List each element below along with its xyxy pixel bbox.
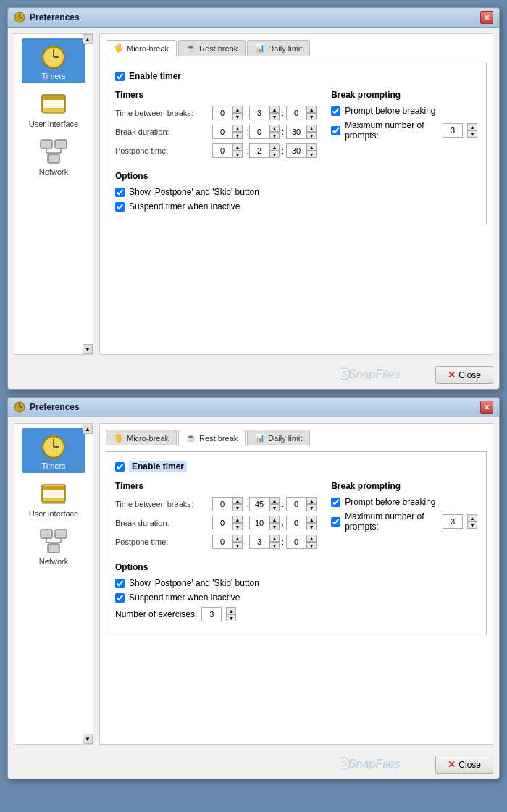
- s-up-duration-1[interactable]: ▲: [306, 125, 317, 132]
- h-down-postpone-2[interactable]: ▼: [232, 542, 243, 549]
- m-up-between-2[interactable]: ▲: [269, 497, 280, 504]
- sidebar-item-ui-1[interactable]: User interface: [22, 86, 85, 131]
- tab-daily-limit-1[interactable]: 📊 Daily limit: [247, 40, 310, 56]
- svg-rect-14: [55, 140, 67, 148]
- s-down-duration-2[interactable]: ▼: [306, 523, 317, 530]
- break-prompting-section-1: Break prompting Prompt before breaking M…: [331, 90, 477, 162]
- h-up-between-1[interactable]: ▲: [232, 106, 243, 113]
- show-postpone-checkbox-2[interactable]: [115, 579, 125, 588]
- h-down-between-2[interactable]: ▼: [232, 504, 243, 511]
- h-spinner-btns-duration-2: ▲ ▼: [232, 516, 243, 530]
- h-up-duration-2[interactable]: ▲: [232, 516, 243, 523]
- h-input-duration-2[interactable]: [212, 516, 232, 530]
- m-spinner-btns-duration-2: ▲ ▼: [269, 516, 280, 530]
- h-up-postpone-2[interactable]: ▲: [232, 535, 243, 542]
- m-down-duration-2[interactable]: ▼: [269, 523, 280, 530]
- scroll-up-1[interactable]: ▲: [83, 34, 93, 44]
- m-input-between-1[interactable]: [249, 106, 269, 120]
- tab-daily-limit-2[interactable]: 📊 Daily limit: [247, 430, 310, 445]
- tab-rest-break-2[interactable]: ☕ Rest break: [178, 430, 246, 446]
- prompt-before-checkbox-2[interactable]: [331, 498, 340, 507]
- max-prompts-down-2[interactable]: ▼: [467, 522, 477, 529]
- max-prompts-input-2[interactable]: [443, 514, 463, 529]
- m-down-between-1[interactable]: ▼: [269, 113, 280, 120]
- suspend-inactive-checkbox-2[interactable]: [115, 593, 125, 603]
- sidebar-item-timers-2[interactable]: Timers: [22, 428, 85, 473]
- h-input-between-1[interactable]: [212, 106, 232, 120]
- tab-micro-break-2[interactable]: 🖐 Micro-break: [106, 430, 177, 445]
- prompt-before-checkbox-1[interactable]: [331, 106, 340, 116]
- sidebar-item-network-1[interactable]: Network: [22, 134, 85, 179]
- s-down-postpone-1[interactable]: ▼: [306, 151, 317, 158]
- tab-micro-break-1[interactable]: 🖐 Micro-break: [106, 40, 177, 56]
- m-input-duration-2[interactable]: [249, 516, 269, 530]
- title-bar-close-2[interactable]: ✕: [480, 401, 493, 414]
- m-up-duration-2[interactable]: ▲: [269, 516, 280, 523]
- s-up-duration-2[interactable]: ▲: [306, 516, 317, 523]
- max-prompts-up-2[interactable]: ▲: [467, 514, 477, 522]
- sidebar-item-ui-2[interactable]: User interface: [22, 476, 85, 521]
- close-button-1[interactable]: ✕ Close: [435, 366, 493, 384]
- sidebar-item-network-2[interactable]: Network: [22, 524, 85, 569]
- h-input-postpone-1[interactable]: [212, 143, 232, 158]
- s-down-between-1[interactable]: ▼: [306, 113, 317, 120]
- s-up-postpone-1[interactable]: ▲: [306, 143, 317, 151]
- exercises-down-2[interactable]: ▼: [226, 614, 236, 621]
- h-input-postpone-2[interactable]: [212, 535, 232, 549]
- close-button-2[interactable]: ✕ Close: [435, 756, 493, 774]
- s-input-between-1[interactable]: [286, 106, 306, 120]
- s-up-between-2[interactable]: ▲: [306, 497, 317, 504]
- m-up-postpone-1[interactable]: ▲: [269, 143, 280, 151]
- s-input-between-2[interactable]: [286, 497, 306, 511]
- max-prompts-down-1[interactable]: ▼: [467, 130, 477, 138]
- s-input-duration-1[interactable]: [286, 125, 306, 139]
- max-prompts-up-1[interactable]: ▲: [467, 123, 477, 130]
- h-up-postpone-1[interactable]: ▲: [232, 143, 243, 151]
- tabs-1: 🖐 Micro-break ☕ Rest break 📊 Daily limit: [106, 40, 487, 56]
- m-up-between-1[interactable]: ▲: [269, 106, 280, 113]
- m-down-postpone-2[interactable]: ▼: [269, 542, 280, 549]
- max-prompts-input-1[interactable]: [443, 123, 463, 138]
- scroll-up-2[interactable]: ▲: [83, 424, 93, 434]
- h-down-duration-2[interactable]: ▼: [232, 523, 243, 530]
- m-up-postpone-2[interactable]: ▲: [269, 535, 280, 542]
- sidebar-item-timers-1[interactable]: Timers: [22, 38, 85, 83]
- s-down-duration-1[interactable]: ▼: [306, 132, 317, 139]
- enable-timer-checkbox-2[interactable]: [115, 462, 125, 472]
- exercises-input-2[interactable]: [201, 607, 222, 621]
- s-up-between-1[interactable]: ▲: [306, 106, 317, 113]
- s-up-postpone-2[interactable]: ▲: [306, 535, 317, 542]
- max-prompts-checkbox-2[interactable]: [331, 517, 340, 527]
- s-input-duration-2[interactable]: [286, 516, 306, 530]
- m-input-postpone-1[interactable]: [249, 143, 269, 158]
- suspend-inactive-checkbox-1[interactable]: [115, 202, 125, 212]
- s-down-between-2[interactable]: ▼: [306, 504, 317, 511]
- max-prompts-checkbox-1[interactable]: [331, 126, 340, 135]
- m-down-between-2[interactable]: ▼: [269, 504, 280, 511]
- h-input-duration-1[interactable]: [212, 125, 232, 139]
- h-down-postpone-1[interactable]: ▼: [232, 151, 243, 158]
- m-down-duration-1[interactable]: ▼: [269, 132, 280, 139]
- exercises-up-2[interactable]: ▲: [226, 607, 236, 614]
- h-down-duration-1[interactable]: ▼: [232, 132, 243, 139]
- m-input-postpone-2[interactable]: [249, 535, 269, 549]
- show-postpone-checkbox-1[interactable]: [115, 188, 125, 197]
- prompt-before-label-2: Prompt before breaking: [345, 497, 435, 507]
- tab-rest-break-1[interactable]: ☕ Rest break: [178, 40, 246, 56]
- m-input-between-2[interactable]: [249, 497, 269, 511]
- scroll-down-2[interactable]: ▼: [83, 734, 93, 744]
- exercises-label-2: Number of exercises:: [115, 609, 197, 619]
- scroll-down-1[interactable]: ▼: [83, 344, 93, 354]
- m-up-duration-1[interactable]: ▲: [269, 125, 280, 132]
- enable-timer-checkbox-1[interactable]: [115, 72, 125, 81]
- m-down-postpone-1[interactable]: ▼: [269, 151, 280, 158]
- h-down-between-1[interactable]: ▼: [232, 113, 243, 120]
- m-input-duration-1[interactable]: [249, 125, 269, 139]
- h-up-duration-1[interactable]: ▲: [232, 125, 243, 132]
- h-up-between-2[interactable]: ▲: [232, 497, 243, 504]
- s-down-postpone-2[interactable]: ▼: [306, 542, 317, 549]
- s-input-postpone-1[interactable]: [286, 143, 306, 158]
- h-input-between-2[interactable]: [212, 497, 232, 511]
- s-input-postpone-2[interactable]: [286, 535, 306, 549]
- title-bar-close-1[interactable]: ✕: [480, 11, 493, 24]
